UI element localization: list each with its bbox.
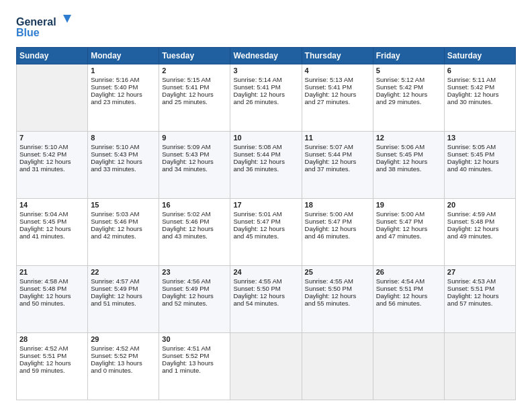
day-info: Sunset: 5:43 PM [91,150,156,158]
day-info: Sunset: 5:51 PM [19,352,85,359]
day-number: 15 [91,201,156,209]
day-info: Sunset: 5:46 PM [91,218,156,225]
day-info: Sunrise: 5:12 AM [376,76,441,83]
calendar-cell: 7Sunrise: 5:10 AMSunset: 5:42 PMDaylight… [17,132,88,199]
day-info: Daylight: 12 hours [91,225,156,232]
day-info: Sunrise: 4:55 AM [233,277,298,285]
day-info: Sunrise: 4:52 AM [19,345,85,352]
day-info: Daylight: 12 hours [162,158,227,165]
calendar-cell: 18Sunrise: 5:00 AMSunset: 5:47 PMDayligh… [302,199,373,266]
day-number: 20 [447,201,513,209]
day-info: Daylight: 12 hours [447,91,513,98]
day-info: Sunset: 5:50 PM [305,285,370,292]
day-info: and 31 minutes. [19,165,85,173]
day-info: and 0 minutes. [91,367,156,374]
day-info: Sunset: 5:47 PM [233,218,298,225]
day-info: and 56 minutes. [376,300,441,307]
calendar-header-wednesday: Wednesday [230,48,302,64]
day-info: Sunset: 5:47 PM [376,218,441,225]
day-number: 4 [305,66,370,75]
svg-text:Blue: Blue [16,27,40,38]
day-info: Sunrise: 4:52 AM [91,345,156,352]
calendar-cell: 28Sunrise: 4:52 AMSunset: 5:51 PMDayligh… [17,333,88,400]
day-info: and 38 minutes. [376,165,441,173]
day-info: and 57 minutes. [447,300,513,307]
calendar-week-row: 7Sunrise: 5:10 AMSunset: 5:42 PMDaylight… [17,132,516,199]
day-info: Sunrise: 5:08 AM [233,143,298,150]
day-info: Sunrise: 5:10 AM [19,143,85,150]
day-info: Sunset: 5:50 PM [233,285,298,292]
day-info: Sunrise: 5:01 AM [233,210,298,218]
day-info: Daylight: 12 hours [91,91,156,98]
header: GeneralBlue [16,13,516,40]
day-info: Daylight: 12 hours [447,158,513,165]
day-info: Daylight: 12 hours [162,292,227,300]
day-number: 10 [233,134,298,142]
calendar-cell: 16Sunrise: 5:02 AMSunset: 5:46 PMDayligh… [159,199,230,266]
day-info: and 41 minutes. [19,232,85,240]
day-info: Sunrise: 5:05 AM [447,143,513,150]
day-number: 13 [447,134,513,142]
calendar-header-friday: Friday [373,48,444,64]
day-number: 30 [162,335,227,343]
day-info: Sunset: 5:42 PM [376,83,441,91]
svg-marker-1 [63,15,71,23]
day-info: and 59 minutes. [19,367,85,374]
day-info: and 29 minutes. [376,98,441,105]
day-info: Daylight: 13 hours [91,359,156,367]
calendar-cell: 1Sunrise: 5:16 AMSunset: 5:40 PMDaylight… [88,64,159,132]
day-info: Daylight: 12 hours [447,292,513,300]
day-info: and 30 minutes. [447,98,513,105]
day-info: and 1 minute. [162,367,227,374]
day-info: Daylight: 12 hours [19,359,85,367]
day-info: Sunset: 5:41 PM [305,83,370,91]
day-info: Sunset: 5:44 PM [233,150,298,158]
day-number: 22 [91,268,156,276]
day-number: 27 [447,268,513,276]
day-info: and 55 minutes. [305,300,370,307]
calendar-cell [302,333,373,400]
day-info: Sunrise: 5:10 AM [91,143,156,150]
day-info: Daylight: 12 hours [305,91,370,98]
day-info: Sunset: 5:48 PM [447,218,513,225]
calendar-cell: 6Sunrise: 5:11 AMSunset: 5:42 PMDaylight… [444,64,515,132]
day-info: Sunset: 5:52 PM [91,352,156,359]
day-info: Daylight: 12 hours [305,225,370,232]
day-info: Sunrise: 4:53 AM [447,277,513,285]
calendar-cell: 21Sunrise: 4:58 AMSunset: 5:48 PMDayligh… [17,266,88,333]
day-info: and 49 minutes. [447,232,513,240]
calendar-cell [373,333,444,400]
calendar-cell: 22Sunrise: 4:57 AMSunset: 5:49 PMDayligh… [88,266,159,333]
day-number: 23 [162,268,227,276]
calendar-cell [17,64,88,132]
calendar-cell: 4Sunrise: 5:13 AMSunset: 5:41 PMDaylight… [302,64,373,132]
day-info: Sunrise: 5:00 AM [376,210,441,218]
calendar-cell: 23Sunrise: 4:56 AMSunset: 5:49 PMDayligh… [159,266,230,333]
page: GeneralBlue SundayMondayTuesdayWednesday… [0,0,532,411]
day-info: Sunset: 5:45 PM [19,218,85,225]
day-info: Sunset: 5:41 PM [162,83,227,91]
day-number: 9 [162,134,227,142]
day-info: and 54 minutes. [233,300,298,307]
day-info: Daylight: 12 hours [376,292,441,300]
day-info: Sunrise: 4:54 AM [376,277,441,285]
day-info: and 46 minutes. [305,232,370,240]
day-number: 19 [376,201,441,209]
day-info: Sunrise: 4:59 AM [447,210,513,218]
day-info: and 26 minutes. [233,98,298,105]
calendar-week-row: 21Sunrise: 4:58 AMSunset: 5:48 PMDayligh… [17,266,516,333]
day-info: and 23 minutes. [91,98,156,105]
day-info: and 27 minutes. [305,98,370,105]
calendar-cell [444,333,515,400]
day-number: 29 [91,335,156,343]
day-info: and 33 minutes. [91,165,156,173]
calendar-cell: 25Sunrise: 4:55 AMSunset: 5:50 PMDayligh… [302,266,373,333]
day-info: Sunrise: 5:13 AM [305,76,370,83]
day-info: Daylight: 13 hours [162,359,227,367]
calendar-cell [230,333,302,400]
calendar-cell: 9Sunrise: 5:09 AMSunset: 5:43 PMDaylight… [159,132,230,199]
day-info: Sunrise: 5:02 AM [162,210,227,218]
calendar-cell: 8Sunrise: 5:10 AMSunset: 5:43 PMDaylight… [88,132,159,199]
calendar-cell: 13Sunrise: 5:05 AMSunset: 5:45 PMDayligh… [444,132,515,199]
day-info: Sunset: 5:48 PM [19,285,85,292]
